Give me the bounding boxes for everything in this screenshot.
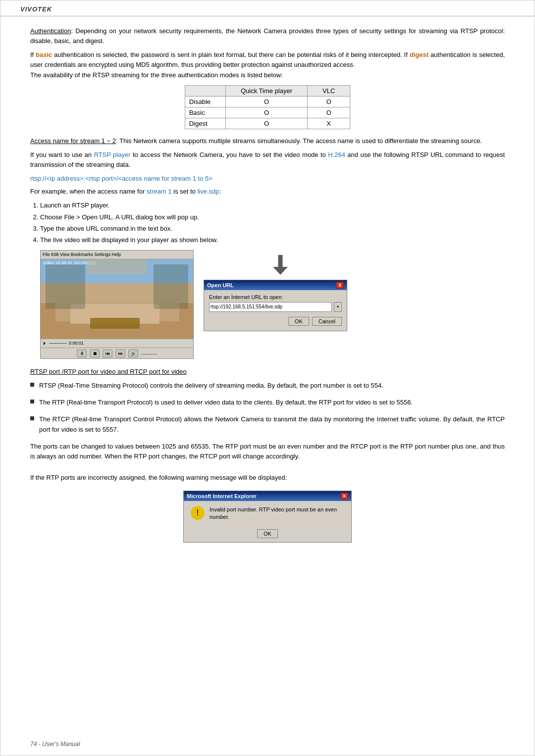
bullet-text-2: The RTP (Real-time Transport Protocol) i… [39, 398, 413, 407]
bullet-icon [30, 400, 34, 403]
dialog-titlebar: Open URL X [204, 280, 347, 290]
ie-dialog: Microsoft Internet Explorer X ! Invalid … [183, 491, 352, 543]
ctrl-mute[interactable]: 🔊 [128, 350, 138, 357]
open-url-dialog: Open URL X Enter an Internet URL to open… [204, 280, 347, 331]
page-footer: 74 - User's Manual [30, 741, 80, 748]
table-col-empty [185, 85, 225, 96]
ie-message: Invalid port number. RTP video port must… [210, 506, 344, 521]
ctrl-rewind[interactable]: ⏮ [103, 350, 112, 357]
brand-label: VIVOTEK [20, 5, 52, 13]
stream1-link[interactable]: stream 1 [147, 188, 172, 195]
dialog-cancel-button[interactable]: Cancel [312, 317, 342, 326]
step-2: Choose File > Open URL. A URL dialog box… [40, 212, 505, 222]
row-digest-qtp: O [226, 118, 308, 129]
row-digest-label: Digest [185, 118, 225, 129]
step-1: Launch an RTSP player. [40, 201, 505, 210]
digest-keyword: digest [410, 51, 428, 58]
player-toolbar: File Edit View Bookmarks Settings Help [41, 251, 193, 259]
rtsp-player-link[interactable]: RTSP player [94, 151, 130, 158]
player-controls: ⏸ ⏹ ⏮ ⏭ 🔊 ———— [41, 348, 193, 359]
rtsp-port-title: RTSP port /RTP port for video and RTCP p… [30, 367, 505, 377]
row-disable-vlc: O [308, 96, 350, 107]
vol-bar: ———— [141, 352, 157, 356]
auth-table-wrapper: Quick Time player VLC Disable O O Basic … [30, 85, 505, 129]
warning-pre-para: If the RTP ports are incorrectly assigne… [30, 473, 505, 483]
ie-title: Microsoft Internet Explorer [187, 493, 257, 499]
ctrl-stop[interactable]: ⏹ [90, 350, 100, 357]
ports-info-para: The ports can be changed to values betwe… [30, 442, 505, 461]
list-item: The RTCP (Real-time Transport Control Pr… [30, 414, 505, 434]
down-arrow-icon [273, 255, 288, 275]
dropdown-arrow-icon[interactable]: ▾ [334, 302, 342, 312]
auth-basic-line: If basic authentication is selected, the… [30, 50, 505, 80]
access-name-title: Access name for stream 1 ~ 2 [30, 137, 116, 145]
dialog-label: Enter an Internet URL to open: [209, 294, 342, 300]
main-content: Authentication: Authentication: Dependin… [0, 16, 535, 567]
table-row: Basic O O [185, 107, 350, 118]
row-digest-vlc: X [308, 118, 350, 129]
dialog-body: Enter an Internet URL to open: ▾ OK Canc… [204, 290, 347, 331]
dialog-close-button[interactable]: X [336, 282, 344, 289]
screenshot-area: File Edit View Bookmarks Settings Help V… [40, 250, 505, 359]
player-screenshot: File Edit View Bookmarks Settings Help V… [40, 250, 194, 359]
auth-underline: Authentication [30, 27, 71, 35]
example-para: For example, when the access name for st… [30, 187, 505, 197]
page-container: VIVOTEK Authentication: Authentication: … [0, 0, 535, 756]
table-row: Digest O X [185, 118, 350, 129]
ctrl-play[interactable]: ⏸ [77, 350, 87, 357]
dialog-input-row: ▾ [209, 302, 342, 312]
rtsp-player-para: If you want to use an RTSP player to acc… [30, 150, 505, 170]
bullet-text-3: The RTCP (Real-time Transport Control Pr… [39, 414, 505, 434]
ctrl-ff[interactable]: ⏭ [115, 350, 125, 357]
bullet-icon [30, 416, 34, 420]
arrow-area: Open URL X Enter an Internet URL to open… [204, 255, 347, 331]
ie-titlebar: Microsoft Internet Explorer X [184, 491, 351, 501]
row-basic-vlc: O [308, 107, 350, 118]
bullet-text-1: RTSP (Real-Time Streaming Protocol) cont… [39, 381, 383, 391]
list-item: RTSP (Real-Time Streaming Protocol) cont… [30, 381, 505, 391]
warning-icon: ! [191, 506, 205, 520]
rtsp-bullet-list: RTSP (Real-Time Streaming Protocol) cont… [30, 381, 505, 435]
dialog-title: Open URL [207, 282, 234, 288]
table-row: Disable O O [185, 96, 350, 107]
auth-table: Quick Time player VLC Disable O O Basic … [185, 85, 351, 129]
row-basic-qtp: O [226, 107, 308, 118]
basic-keyword: basic [36, 51, 52, 58]
footer-text: 74 - User's Manual [30, 741, 80, 748]
list-item: The RTP (Real-time Transport Protocol) i… [30, 398, 505, 407]
room-image: Video 16:38 01 2013/02/25 [41, 259, 193, 339]
auth-intro: Authentication: Authentication: Dependin… [30, 26, 505, 46]
dialog-buttons: OK Cancel [209, 317, 342, 326]
step-3: Type the above URL command in the text b… [40, 224, 505, 234]
ie-dialog-wrapper: Microsoft Internet Explorer X ! Invalid … [30, 491, 505, 543]
player-status-bar: ⏵ ———— 0:00:01 [41, 339, 193, 348]
rtsp-url-text: rtsp://<ip address>:<rtsp port>/<access … [30, 174, 505, 184]
ie-body: ! Invalid port number. RTP video port mu… [184, 501, 351, 526]
ie-close-button[interactable]: X [340, 493, 348, 500]
access-name-para: Access name for stream 1 ~ 2: This Netwo… [30, 136, 505, 146]
status-icon: ⏵ [43, 341, 47, 346]
steps-list: Launch an RTSP player. Choose File > Ope… [40, 201, 505, 245]
table-col-vlc: VLC [308, 85, 350, 96]
status-time: ———— [49, 341, 67, 346]
status-elapsed: 0:00:01 [69, 341, 84, 346]
bullet-icon [30, 383, 34, 387]
row-basic-label: Basic [185, 107, 225, 118]
step-4: The live video will be displayed in your… [40, 235, 505, 245]
row-disable-label: Disable [185, 96, 225, 107]
dialog-url-input[interactable] [209, 302, 332, 312]
ie-btn-row: OK [184, 526, 351, 542]
player-inner: Video 16:38 01 2013/02/25 [41, 259, 193, 339]
player-menu: File Edit View Bookmarks Settings Help [43, 252, 121, 257]
h264-link[interactable]: H.264 [328, 151, 345, 158]
dialog-ok-button[interactable]: OK [288, 317, 309, 326]
live-sdp-link[interactable]: live.sdp [197, 188, 219, 195]
row-disable-qtp: O [226, 96, 308, 107]
ie-ok-button[interactable]: OK [257, 529, 278, 538]
header: VIVOTEK [0, 0, 535, 16]
table-col-qtp: Quick Time player [226, 85, 308, 96]
